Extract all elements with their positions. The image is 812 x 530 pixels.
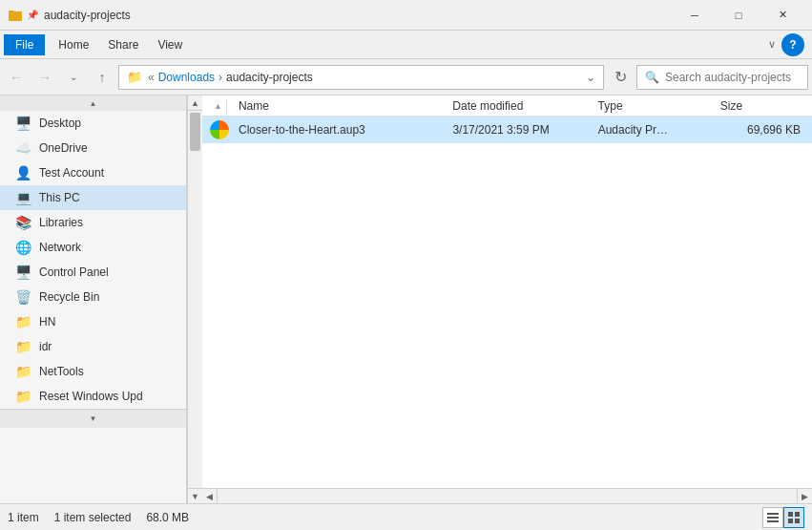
nav-icon-recycle-bin: 🗑️ — [15, 289, 31, 305]
details-view-icon — [767, 512, 779, 523]
sidebar-item-control-panel[interactable]: 🖥️Control Panel — [0, 260, 186, 285]
h-scroll-track[interactable] — [218, 489, 797, 503]
menu-view[interactable]: View — [148, 34, 192, 55]
file-size: 69,696 KB — [717, 123, 804, 137]
nav-icon-network: 🌐 — [15, 240, 31, 255]
nav-icon-this-pc: 💻 — [15, 190, 31, 205]
nav-label-hn: HN — [39, 315, 55, 329]
h-scroll-right[interactable]: ▶ — [797, 489, 812, 504]
nav-icon-reset-windows: 📁 — [15, 389, 31, 404]
scrollbar-up-arrow[interactable]: ▲ — [188, 95, 202, 111]
scrollbar-down-arrow[interactable]: ▼ — [188, 488, 202, 503]
menu-home[interactable]: Home — [49, 34, 98, 55]
nav-icon-onedrive: ☁️ — [15, 140, 31, 156]
svg-rect-2 — [767, 513, 779, 515]
svg-rect-7 — [788, 519, 793, 523]
folder-icon — [8, 8, 23, 23]
sidebar-item-idr[interactable]: 📁idr — [0, 334, 186, 359]
up-button[interactable]: ↑ — [90, 65, 115, 90]
path-segment-downloads[interactable]: Downloads — [158, 71, 215, 84]
nav-scroll-down[interactable]: ▼ — [0, 409, 186, 428]
svg-rect-6 — [795, 512, 800, 517]
status-bar: 1 item 1 item selected 68.0 MB — [0, 503, 812, 530]
minimize-button[interactable]: ─ — [673, 0, 717, 31]
nav-icon-libraries: 📚 — [15, 215, 31, 230]
dropdown-button[interactable]: ⌄ — [61, 65, 86, 90]
nav-panel: ▲ 🖥️Desktop☁️OneDrive👤Test Account💻This … — [0, 95, 187, 503]
nav-label-libraries: Libraries — [39, 216, 83, 229]
nav-label-recycle-bin: Recycle Bin — [39, 290, 99, 304]
file-list: Closer-to-the-Heart.aup33/17/2021 3:59 P… — [202, 117, 812, 488]
file-size: 68.0 MB — [146, 511, 189, 524]
h-scrollbar: ◀ ▶ — [202, 488, 812, 503]
nav-label-onedrive: OneDrive — [39, 141, 88, 155]
sidebar-item-onedrive[interactable]: ☁️OneDrive — [0, 136, 186, 160]
large-icon-view-icon — [788, 512, 800, 523]
path-dropdown-icon[interactable]: ⌄ — [586, 71, 595, 84]
sidebar-item-this-pc[interactable]: 💻This PC — [0, 185, 186, 210]
menu-bar: File Home Share View ∨ ? — [0, 31, 812, 59]
item-count: 1 item — [8, 511, 39, 524]
help-button[interactable]: ? — [781, 33, 804, 56]
maximize-button[interactable]: □ — [717, 0, 760, 31]
sidebar-item-desktop[interactable]: 🖥️Desktop — [0, 111, 186, 136]
sidebar-item-reset-windows[interactable]: 📁Reset Windows Upd — [0, 384, 186, 409]
sidebar-item-hn[interactable]: 📁HN — [0, 309, 186, 334]
col-header-date[interactable]: Date modified — [448, 99, 593, 113]
sort-arrow[interactable]: ▲ — [210, 98, 227, 114]
col-header-type[interactable]: Type — [594, 99, 717, 113]
nav-icon-hn: 📁 — [15, 314, 31, 329]
nav-icon-idr: 📁 — [15, 339, 31, 354]
sidebar-item-nettools[interactable]: 📁NetTools — [0, 359, 186, 384]
svg-rect-3 — [767, 517, 779, 519]
menu-expand-icon[interactable]: ∨ — [762, 34, 781, 54]
file-panel: ▲ Name Date modified Type Size Closer-to… — [202, 95, 812, 503]
nav-panel-container: ▲ 🖥️Desktop☁️OneDrive👤Test Account💻This … — [0, 95, 202, 503]
svg-rect-1 — [9, 11, 14, 13]
nav-icon-desktop: 🖥️ — [15, 116, 31, 131]
sidebar-item-test-account[interactable]: 👤Test Account — [0, 160, 186, 185]
path-separator: « — [148, 71, 155, 84]
title-bar: 📌 audacity-projects ─ □ ✕ — [0, 0, 812, 31]
content-area: ▲ 🖥️Desktop☁️OneDrive👤Test Account💻This … — [0, 95, 812, 503]
nav-label-nettools: NetTools — [39, 365, 84, 378]
scrollbar-thumb[interactable] — [190, 113, 200, 151]
close-button[interactable]: ✕ — [760, 0, 804, 31]
nav-label-network: Network — [39, 241, 81, 254]
nav-icon-control-panel: 🖥️ — [15, 265, 31, 280]
search-box: 🔍 — [636, 65, 808, 90]
nav-icon-nettools: 📁 — [15, 364, 31, 379]
svg-rect-4 — [767, 520, 779, 522]
nav-scrollbar[interactable]: ▲ ▼ — [187, 95, 202, 503]
sidebar-item-libraries[interactable]: 📚Libraries — [0, 210, 186, 235]
sidebar-item-recycle-bin[interactable]: 🗑️Recycle Bin — [0, 285, 186, 309]
column-headers: ▲ Name Date modified Type Size — [202, 95, 812, 117]
search-input[interactable] — [665, 71, 800, 84]
h-scroll-left[interactable]: ◀ — [202, 489, 218, 504]
menu-share[interactable]: Share — [98, 34, 148, 55]
col-header-name[interactable]: Name — [235, 99, 448, 113]
view-buttons — [762, 507, 804, 528]
menu-file[interactable]: File — [4, 34, 45, 55]
pin-icon: 📌 — [27, 10, 38, 20]
svg-rect-8 — [795, 519, 800, 523]
forward-button[interactable]: → — [32, 65, 57, 90]
back-button[interactable]: ← — [4, 65, 29, 90]
address-path[interactable]: 📁 « Downloads › audacity-projects ⌄ — [118, 65, 604, 90]
window-title: audacity-projects — [44, 9, 673, 22]
table-row[interactable]: Closer-to-the-Heart.aup33/17/2021 3:59 P… — [202, 117, 812, 143]
nav-label-reset-windows: Reset Windows Upd — [39, 390, 143, 403]
nav-label-idr: idr — [39, 340, 52, 353]
details-view-button[interactable] — [762, 507, 783, 528]
refresh-button[interactable]: ↻ — [608, 65, 633, 90]
col-header-size[interactable]: Size — [717, 99, 804, 113]
file-name: Closer-to-the-Heart.aup3 — [235, 123, 448, 137]
large-icon-view-button[interactable] — [783, 507, 804, 528]
selected-count: 1 item selected — [54, 511, 132, 524]
nav-label-control-panel: Control Panel — [39, 265, 109, 279]
file-type: Audacity Pr… — [594, 123, 717, 137]
nav-label-this-pc: This PC — [39, 191, 80, 204]
sidebar-item-network[interactable]: 🌐Network — [0, 235, 186, 260]
file-date: 3/17/2021 3:59 PM — [448, 123, 593, 137]
nav-scroll-up[interactable]: ▲ — [0, 95, 186, 111]
